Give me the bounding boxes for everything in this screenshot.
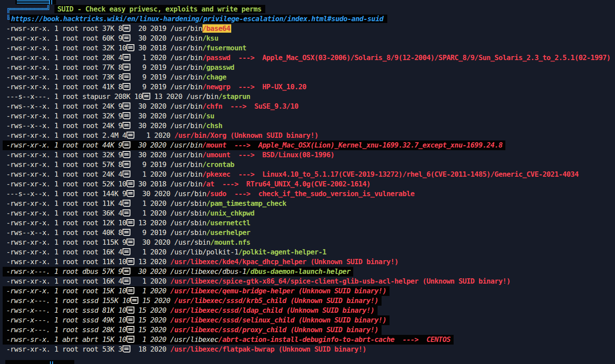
cjk-month-glyph	[122, 34, 130, 42]
cjk-month-glyph	[122, 54, 130, 61]
cjk-month-glyph	[122, 248, 130, 255]
cjk-month-glyph	[122, 73, 130, 80]
file-path: /usernetctl	[206, 219, 251, 227]
file-metadata: -rwsr-x---. 1 root sssd 155K 10 15 2020	[6, 296, 174, 305]
file-path: /staprun	[218, 92, 250, 101]
suid-row: -rwsr-x---. 1 root sssd 155K 10 15 2020 …	[6, 296, 611, 306]
file-metadata: -rwsr-xr-x. 1 root root 2.4M 4 1 2020	[6, 131, 174, 140]
cjk-month-glyph	[126, 336, 134, 343]
file-metadata: -rwsr-xr-x. 1 root root 37K 8 20 2019 /u…	[6, 24, 202, 33]
suid-row: -rwsr-xr-x. 1 root root 32K 9 30 2020 /u…	[6, 150, 611, 160]
suid-row: -rws--x--x. 1 root root 40K 8 9 2019 /us…	[6, 228, 611, 238]
file-metadata: -rwsr-xr-x. 1 root root 44K 9 30 2020 /u…	[6, 141, 202, 149]
suid-row: -rwsr-xr-x. 1 root root 16K 4 1 2020 /us…	[6, 247, 611, 257]
file-path: /ksu	[202, 34, 218, 42]
file-metadata: -rws--x--x. 1 root root 24K 9 30 2020 /u…	[6, 121, 202, 130]
next-section-box-edge	[5, 360, 74, 364]
file-metadata: -rwsr-x---. 1 root dbus 57K 9 30 2020 /u…	[6, 267, 246, 276]
suid-row: ---s--x---. 1 root stapusr 208K 10 13 20…	[6, 92, 611, 102]
suid-row: -rwsr-xr-x. 1 root root 60K 9 30 2020 /u…	[6, 34, 611, 43]
file-metadata: ---s--x--x. 1 root root 144K 9 30 2020 /…	[6, 190, 206, 198]
suid-row: -rwsr-xr-x. 1 root root 2.4M 4 1 2020 /u…	[6, 131, 611, 140]
file-metadata: -rwsr-xr-x. 1 root root 12K 10 13 2020 /…	[6, 219, 206, 227]
cjk-month-glyph	[126, 287, 134, 294]
terminal-output: ╔═════════╝ SUID - Check easy privesc, e…	[6, 4, 611, 354]
cjk-month-glyph	[122, 25, 130, 32]
file-path: /abrt-action-install-debuginfo-to-abrt-c…	[218, 335, 451, 344]
file-path: /pam_timestamp_check	[206, 199, 286, 208]
suid-row: -rwsr-xr-x. 1 root root 36K 4 1 2020 /us…	[6, 209, 611, 218]
file-path: /newgrp ---> HP-UX_10.20	[202, 83, 306, 91]
cjk-month-glyph	[122, 277, 130, 284]
suid-row: -rwsr-xr-x. 1 root root 32K 10 30 2018 /…	[6, 43, 611, 53]
cjk-month-glyph	[122, 112, 130, 119]
cjk-month-glyph	[126, 180, 134, 187]
suid-row: -rws--x--x. 1 root root 24K 9 30 2020 /u…	[6, 121, 611, 131]
suid-row: -rwsr-x---. 1 root sssd 49K 10 15 2020 /…	[6, 315, 611, 325]
suid-listing: -rwsr-xr-x. 1 root root 37K 8 20 2019 /u…	[6, 24, 611, 354]
file-metadata: -rwsr-xr-x. 1 root root 36K 4 1 2020 /us…	[6, 209, 206, 217]
cjk-month-glyph	[126, 307, 134, 314]
cjk-month-glyph	[122, 151, 130, 158]
hacktricks-link[interactable]: https://book.hacktricks.wiki/en/linux-ha…	[10, 15, 387, 23]
file-metadata: -rwsr-xr-x. 1 root root 15K 10 1 2020	[6, 287, 170, 295]
suid-row: -rwsr-x---. 1 root sssd 28K 10 15 2020 /…	[6, 325, 611, 335]
file-path: /gpasswd	[202, 63, 234, 72]
file-metadata: -rwsr-xr-x. 1 root root 77K 8 9 2019 /us…	[6, 63, 202, 72]
suid-row: -rwsr-xr-x. 1 root root 52K 10 30 2018 /…	[6, 179, 611, 189]
file-path: /chage	[202, 73, 226, 81]
file-metadata: -rwsr-xr-x. 1 root root 32K 9 30 2020 /u…	[6, 151, 202, 159]
cjk-month-glyph	[122, 345, 130, 353]
suid-row: -rwsr-xr-x. 1 root root 77K 8 9 2019 /us…	[6, 63, 611, 72]
file-path: /polkit-agent-helper-1	[238, 248, 326, 256]
suid-row: -rwsr-xr-x. 1 root root 11K 10 13 2020 /…	[6, 257, 611, 267]
file-path: /usr/libexec/spice-gtk-x86_64/spice-clie…	[170, 277, 511, 285]
file-metadata: -rwsr-xr-x. 1 root root 57K 8 9 2019 /us…	[6, 160, 202, 169]
cjk-month-glyph	[126, 258, 134, 265]
file-path: /unix_chkpwd	[206, 209, 255, 217]
file-path: /dbus-daemon-launch-helper	[246, 267, 350, 276]
suid-row: -rwsr-xr-x. 1 root root 12K 10 13 2020 /…	[6, 218, 611, 228]
cjk-month-glyph	[130, 297, 138, 304]
cjk-month-glyph	[122, 268, 130, 275]
suid-row: -rwsr-xr-x. 1 root root 16K 4 1 2020 /us…	[6, 277, 611, 286]
box-drawing-prefix: ╔═════════╝	[6, 5, 50, 13]
previous-section-box-edge	[15, 0, 56, 4]
file-path: /usr/libexec/kde4/kpac_dhcp_helper (Unkn…	[170, 258, 398, 266]
file-path: /usr/libexec/sssd/krb5_child (Unknown SU…	[174, 296, 378, 305]
file-path: /chfn ---> SuSE_9.3/10	[202, 102, 298, 110]
file-metadata: -rwsr-xr-x. 1 root root 53K 3 18 2020	[6, 345, 170, 353]
suid-row: -rwsr-xr-x. 1 root root 73K 8 9 2019 /us…	[6, 72, 611, 82]
file-metadata: -rwsr-x---. 1 root sssd 81K 10 15 2020	[6, 306, 170, 315]
file-metadata: -rwsr-xr-x. 1 root root 11K 10 13 2020	[6, 258, 170, 266]
cjk-month-glyph	[126, 219, 134, 226]
file-path: /usr/libexec/qemu-bridge-helper (Unknown…	[170, 287, 386, 295]
suid-row: -rwsr-xr-x. 1 root root 41K 8 9 2019 /us…	[6, 82, 611, 92]
file-metadata: -rwsr-xr-x. 1 root root 24K 4 1 2020 /us…	[6, 170, 202, 178]
suid-row: -rwsr-xr-x. 1 root root 53K 3 18 2020 /u…	[6, 345, 611, 354]
file-path: /sudo ---> check_if_the_sudo_version_is_…	[206, 190, 415, 198]
suid-row: -rwsr-xr-x. 1 root root 24K 4 1 2020 /us…	[6, 170, 611, 179]
suid-row: -rwsr-xr-x. 1 root root 44K 9 30 2020 /u…	[6, 140, 611, 150]
cjk-month-glyph	[122, 141, 130, 148]
file-path: /umount ---> BSD/Linux(08-1996)	[202, 151, 335, 159]
file-metadata: -rwsr-xr-x. 1 root root 32K 9 30 2020 /u…	[6, 112, 202, 120]
cjk-month-glyph	[126, 132, 134, 139]
file-metadata: -rwsr-xr-x. 1 root root 28K 4 1 2020 /us…	[6, 53, 202, 62]
cjk-month-glyph	[126, 316, 134, 323]
cjk-month-glyph	[122, 102, 130, 110]
file-metadata: ---s--x---. 1 root stapusr 208K 10 13 20…	[6, 92, 218, 101]
file-metadata: -rwsr-xr-x. 1 root root 11K 4 1 2020 /us…	[6, 199, 206, 208]
cjk-month-glyph	[122, 161, 130, 168]
file-path: /usr/libexec/sssd/selinux_child (Unknown…	[170, 316, 386, 324]
file-path: /mount.nfs	[210, 238, 251, 246]
suid-row: -rwsr-xr-x. 1 root root 57K 8 9 2019 /us…	[6, 160, 611, 170]
cjk-month-glyph	[126, 239, 134, 246]
file-path: /crontab	[202, 160, 234, 169]
file-metadata: -rws--x--x. 1 root root 40K 8 9 2019 /us…	[6, 228, 206, 237]
file-path: /usr/bin/Xorg (Unknown SUID binary!)	[174, 131, 318, 140]
suid-row: -rwsr-xr-x. 1 root root 15K 10 1 2020 /u…	[6, 286, 611, 296]
file-metadata: -rwsr-xr-x. 1 root root 52K 10 30 2018 /…	[6, 180, 202, 188]
file-path: /mount ---> Apple_Mac_OSX(Lion)_Kernel_x…	[202, 141, 503, 149]
terminal-window: ╔═════════╝ SUID - Check easy privesc, e…	[0, 0, 615, 364]
